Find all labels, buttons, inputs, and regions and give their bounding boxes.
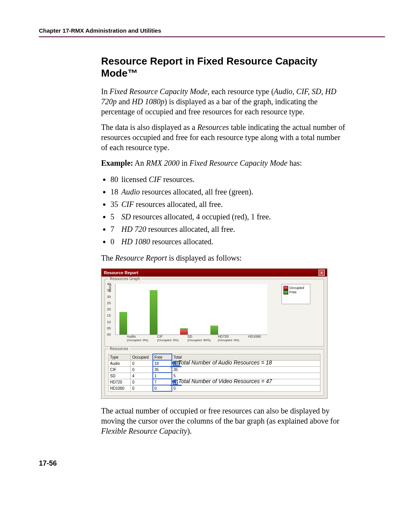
list-item: 35CIF resources allocated, all free. (110, 198, 346, 210)
text: SD (121, 212, 131, 221)
resources-table-group: Resources Type Occupied Free Total Audio… (105, 349, 324, 396)
cell-free: 18 (153, 360, 172, 366)
table-row: HD1080000 (108, 385, 320, 391)
bar-free (150, 290, 158, 335)
text: Fixed Resource Capacity Mode (189, 159, 287, 167)
text: HD 1080 (121, 237, 150, 246)
cell-occ: 0 (131, 360, 153, 366)
groupbox-legend: Resources Graph (108, 277, 142, 281)
text: in (180, 159, 190, 167)
y-tick: 10 (107, 320, 111, 324)
text: HD 720 (121, 225, 146, 233)
resource-report-dialog: Resource Report × Resources Graph Ports … (101, 268, 327, 399)
annotation-text: Total Number of Video Resources = 47 (178, 378, 272, 384)
bullet-number: 80 (110, 173, 121, 185)
col-free[interactable]: Free (153, 354, 172, 360)
arrow-left-icon (171, 379, 176, 384)
text: and (117, 97, 132, 106)
resources-table: Type Occupied Free Total Audio 0 18 18 T… (108, 354, 320, 392)
section-title: Resource Report in Fixed Resource Capaci… (101, 55, 346, 79)
paragraph-3: The Resource Report is displayed as foll… (101, 253, 346, 263)
cell-free: 35 (153, 366, 172, 373)
col-occupied[interactable]: Occupied (131, 354, 153, 360)
text: CIF (121, 200, 134, 208)
text: resources allocated, all free. (134, 200, 223, 208)
col-type[interactable]: Type (108, 354, 131, 360)
legend-occupied-label: Occupied (289, 286, 304, 290)
cell-type: SD (108, 373, 131, 379)
bullet-number: 35 (110, 198, 121, 210)
annotation-text: Total Number of Audio Resources = 18 (178, 359, 272, 366)
text: has: (287, 159, 302, 167)
cell-free: 0 (153, 385, 172, 391)
swatch-free-icon (284, 290, 288, 294)
x-label: CIF(Occupied: 0%) (157, 335, 187, 342)
cell-type: HD1080 (108, 385, 131, 391)
list-item: 7HD 720 resources allocated, all free. (110, 223, 346, 235)
bullet-list: 80licensed CIF resources. 18Audio resour… (110, 173, 346, 247)
text: Fixed Resource Capacity Mode, (110, 87, 210, 96)
paragraph-1: In Fixed Resource Capacity Mode, each re… (101, 86, 346, 117)
dialog-title: Resource Report (104, 270, 138, 275)
bullet-number: 7 (110, 223, 121, 235)
y-tick: 40 (107, 282, 111, 286)
text: In (101, 87, 110, 96)
y-tick: 25 (107, 301, 111, 305)
list-item: 18Audio resources allocated, all free (g… (110, 186, 346, 198)
text: Flexible Resource Capacity (101, 427, 187, 435)
text: RMX 2000 (146, 159, 180, 167)
close-icon[interactable]: × (318, 270, 325, 276)
cell-total: 7 Total Number of Video Resources = 47 (172, 379, 320, 385)
text: resources allocated, 4 occupied (red), 1… (131, 212, 271, 221)
text: CIF (149, 175, 161, 184)
y-tick: 30 (107, 295, 111, 299)
text: The actual number of occupied or free re… (101, 406, 340, 425)
text: each resource type ( (210, 87, 274, 96)
text: The (101, 254, 115, 262)
text: An (133, 159, 146, 167)
list-item: 80licensed CIF resources. (110, 173, 346, 185)
bullet-number: 18 (110, 186, 121, 198)
bullet-number: 0 (110, 236, 121, 247)
table-row: HD72007 7 Total Number of Video Resource… (108, 379, 320, 385)
swatch-occupied-icon (284, 286, 288, 290)
cell-total: 18 Total Number of Audio Resources = 18 (172, 360, 320, 366)
cell-occ: 0 (131, 385, 153, 391)
y-tick: 00 (107, 333, 111, 336)
bar-free (210, 326, 218, 335)
text: resources allocated, all free (green). (140, 187, 254, 196)
cell-occ: 4 (131, 373, 153, 379)
page-number: 17-56 (39, 459, 385, 468)
x-label: Audio(Occupied: 0%) (127, 335, 157, 342)
text: Resource Report (115, 254, 167, 262)
text: licensed (121, 175, 149, 184)
legend-free-label: Free (289, 290, 297, 294)
bar-free (119, 312, 127, 335)
text: Resources (197, 123, 229, 131)
arrow-left-icon (171, 361, 176, 365)
y-tick: 15 (107, 314, 111, 317)
cell-total: 35 (172, 366, 320, 373)
groupbox-legend: Resources (108, 347, 130, 351)
text: resources allocated, all free. (146, 225, 235, 233)
cell-occ: 0 (131, 379, 153, 385)
bar-free (180, 328, 188, 329)
example-line: Example: An RMX 2000 in Fixed Resource C… (101, 158, 346, 168)
paragraph-4: The actual number of occupied or free re… (101, 406, 346, 436)
list-item: 0HD 1080 resources allocated. (110, 236, 346, 247)
y-tick: 20 (107, 307, 111, 311)
table-row: Audio 0 18 18 Total Number of Audio Reso… (108, 360, 320, 366)
text: resources. (161, 175, 195, 184)
text: The data is also displayed as a (101, 123, 197, 131)
cell-free: 7 (153, 379, 172, 385)
example-label: Example: (101, 159, 133, 167)
dialog-titlebar[interactable]: Resource Report × (102, 269, 327, 277)
resources-bar-chart[interactable]: 000510152025303540 (115, 284, 267, 335)
cell-total: 0 (172, 385, 320, 391)
cell-type: Audio (108, 360, 131, 366)
x-label: SD(Occupied: 80%) (187, 335, 218, 342)
cell-type: HD720 (108, 379, 131, 385)
bar-occupied (180, 329, 188, 335)
text: HD 1080p (132, 97, 164, 106)
chapter-header: Chapter 17-RMX Administration and Utilit… (39, 27, 385, 34)
